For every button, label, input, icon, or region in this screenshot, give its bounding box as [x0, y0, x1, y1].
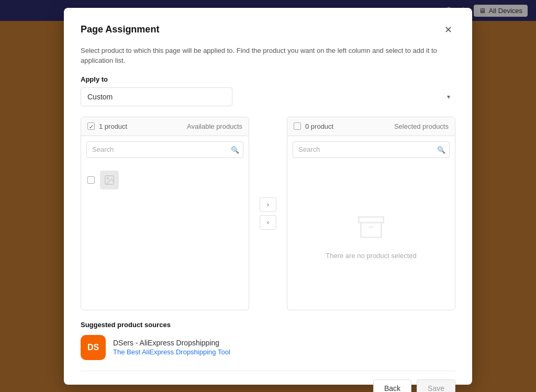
available-search: 🔍: [86, 141, 243, 158]
empty-state-text: There are no product selected: [326, 252, 416, 260]
selected-products-panel: 0 product Selected products 🔍: [287, 117, 455, 310]
inbox-icon: [358, 214, 385, 245]
available-count: 1 product: [99, 122, 183, 130]
search-icon: 🔍: [437, 145, 445, 153]
available-search-input[interactable]: [86, 141, 243, 158]
suggested-item: DS DSers - AliExpress Dropshipping The B…: [81, 335, 455, 360]
apply-to-select[interactable]: Custom: [81, 87, 232, 106]
dsers-info: DSers - AliExpress Dropshipping The Best…: [113, 339, 230, 356]
close-button[interactable]: ✕: [441, 23, 455, 37]
suggested-label: Suggested product sources: [81, 321, 455, 329]
available-panel-header: 1 product Available products: [81, 117, 249, 136]
modal-title: Page Assignment: [81, 24, 159, 35]
selected-count: 0 product: [305, 122, 390, 130]
selected-panel-header: 0 product Selected products: [287, 117, 455, 136]
apply-to-dropdown[interactable]: Custom ▾: [81, 87, 455, 106]
apply-to-label: Apply to: [81, 75, 455, 83]
modal-overlay: Page Assignment ✕ Select product to whic…: [0, 0, 536, 392]
svg-point-1: [107, 177, 108, 179]
selected-search: 🔍: [293, 141, 450, 158]
dsers-title: DSers - AliExpress Dropshipping: [113, 339, 230, 347]
transfer-buttons: › ‹: [258, 197, 278, 230]
chevron-down-icon: ▾: [447, 93, 450, 100]
selected-select-all-checkbox[interactable]: [294, 122, 301, 130]
available-panel-body: [81, 163, 249, 197]
available-products-panel: 1 product Available products 🔍: [81, 117, 249, 310]
list-item: [86, 167, 243, 193]
save-button[interactable]: Save: [417, 379, 455, 393]
page-assignment-modal: Page Assignment ✕ Select product to whic…: [64, 8, 472, 385]
dsers-logo: DS: [81, 335, 106, 360]
product-thumbnail: [100, 171, 119, 189]
search-icon: 🔍: [231, 145, 239, 153]
selected-panel-title: Selected products: [394, 122, 449, 130]
modal-header: Page Assignment ✕: [81, 23, 455, 37]
available-panel-title: Available products: [187, 122, 242, 130]
dsers-logo-text: DS: [87, 343, 99, 352]
transfer-backward-button[interactable]: ‹: [260, 215, 276, 230]
available-select-all-checkbox[interactable]: [87, 122, 95, 130]
modal-footer: Back Save: [81, 371, 455, 393]
check-icon: [89, 121, 94, 131]
product-checkbox[interactable]: [87, 176, 95, 184]
modal-description: Select product to which this page will b…: [81, 46, 455, 66]
dsers-subtitle: The Best AliExpress Dropshipping Tool: [113, 348, 230, 356]
selected-search-input[interactable]: [293, 141, 450, 158]
back-button[interactable]: Back: [373, 379, 411, 393]
svg-rect-2: [359, 217, 384, 222]
transfer-forward-button[interactable]: ›: [260, 197, 276, 212]
products-area: 1 product Available products 🔍: [81, 117, 455, 310]
selected-empty-state: There are no product selected: [287, 163, 455, 310]
